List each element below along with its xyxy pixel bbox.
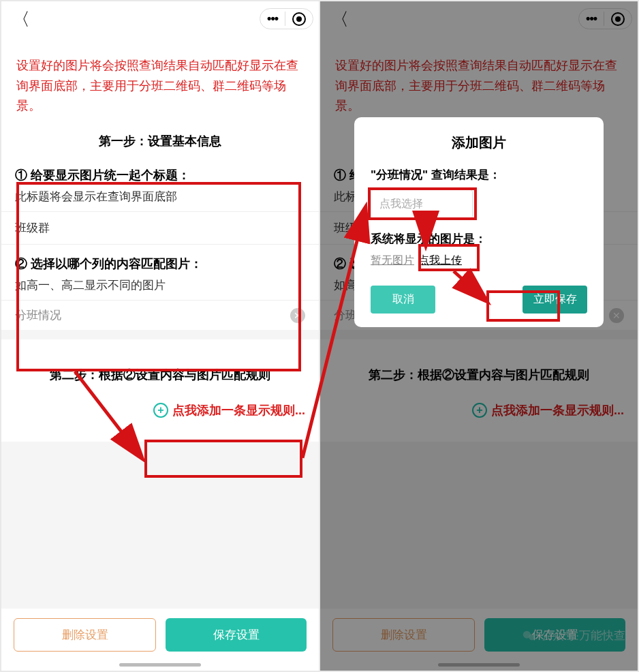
- wechat-icon: [522, 628, 537, 643]
- q2-block: ② 选择以哪个列的内容匹配图片： 如高一、高二显示不同的图片 分班情况 ✕: [1, 245, 319, 330]
- q2-select[interactable]: 分班情况 ✕: [1, 300, 319, 330]
- modal-buttons: 取消 立即保存: [371, 286, 587, 314]
- header: 〈 •••: [1, 1, 319, 37]
- add-rule-label: 点我添加一条显示规则...: [172, 402, 305, 418]
- modal-no-img: 暂无图片: [371, 254, 414, 268]
- q1-input[interactable]: 班级群: [1, 211, 319, 245]
- delete-button[interactable]: 删除设置: [14, 618, 156, 652]
- modal-select[interactable]: 点我选择: [371, 189, 473, 219]
- watermark: 公众号·万能快查: [522, 628, 625, 643]
- modal-title: 添加图片: [371, 134, 587, 152]
- close-mini-icon[interactable]: [292, 12, 306, 26]
- notice-section: 设置好的图片将会按照查询结果自动匹配好显示在查询界面底部，主要用于分班二维码、群…: [1, 37, 319, 330]
- screen-right: 〈 ••• 设置好的图片将会按照查询结果自动匹配好显示在查询界面底部，主要用于分…: [320, 0, 639, 672]
- q2-label: ② 选择以哪个列的内容匹配图片：: [15, 256, 305, 272]
- q1-label: ① 给要显示图片统一起个标题：: [15, 167, 305, 183]
- bottom-bar: 删除设置 保存设置: [1, 609, 319, 671]
- save-button[interactable]: 保存设置: [166, 618, 307, 652]
- modal-overlay[interactable]: [320, 1, 638, 671]
- screen-left: 〈 ••• 设置好的图片将会按照查询结果自动匹配好显示在查询界面底部，主要用于分…: [0, 0, 320, 672]
- modal-img-label: 系统将显示的图片是：: [371, 231, 587, 247]
- step1-title: 第一步：设置基本信息: [1, 129, 319, 160]
- plus-icon: +: [153, 403, 168, 418]
- mini-program-capsule[interactable]: •••: [260, 8, 313, 29]
- step2-section: 第二步：根据②设置内容与图片匹配规则 + 点我添加一条显示规则...: [1, 339, 319, 442]
- clear-icon[interactable]: ✕: [290, 308, 305, 323]
- modal-img-row: 暂无图片 点我上传: [371, 254, 587, 268]
- watermark-text: 公众号·万能快查: [541, 628, 625, 643]
- modal-search-label: "分班情况" 查询结果是：: [371, 167, 587, 183]
- q1-desc: 此标题将会显示在查询界面底部: [15, 189, 305, 204]
- home-indicator: [119, 663, 201, 667]
- q2-value: 分班情况: [15, 307, 61, 323]
- modal-save-button[interactable]: 立即保存: [523, 286, 587, 314]
- q1-value: 班级群: [15, 220, 50, 236]
- step2-title: 第二步：根据②设置内容与图片匹配规则: [15, 367, 305, 393]
- modal-upload-link[interactable]: 点我上传: [418, 254, 462, 268]
- modal-cancel-button[interactable]: 取消: [371, 286, 435, 314]
- add-image-modal: 添加图片 "分班情况" 查询结果是： 点我选择 系统将显示的图片是： 暂无图片 …: [354, 117, 604, 327]
- add-rule-button[interactable]: + 点我添加一条显示规则...: [15, 393, 305, 428]
- notice-text: 设置好的图片将会按照查询结果自动匹配好显示在查询界面底部，主要用于分班二维码、群…: [1, 37, 319, 129]
- q1-block: ① 给要显示图片统一起个标题： 此标题将会显示在查询界面底部 班级群: [1, 160, 319, 245]
- q2-desc: 如高一、高二显示不同的图片: [15, 277, 305, 293]
- more-icon[interactable]: •••: [267, 12, 285, 26]
- back-icon[interactable]: 〈: [7, 5, 35, 34]
- svg-point-1: [529, 634, 535, 640]
